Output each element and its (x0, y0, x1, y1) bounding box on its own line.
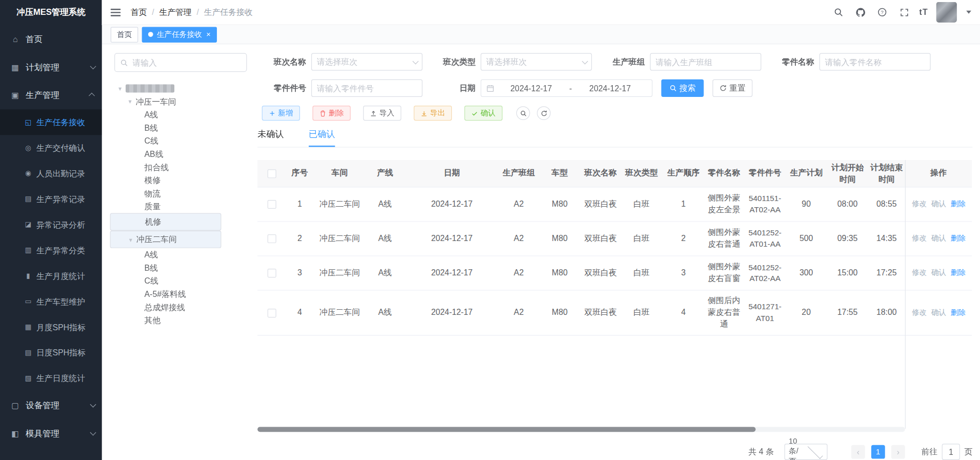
date-range-picker[interactable]: 2024-12-17 - 2024-12-17 (481, 79, 652, 97)
part-no-input[interactable] (311, 79, 423, 97)
tree-node-workshop2[interactable]: ▾ 冲压二车间 (110, 231, 222, 248)
page-number-1[interactable]: 1 (871, 445, 885, 459)
tree-search-input[interactable] (114, 53, 247, 72)
tree-node-line[interactable]: A线 (110, 248, 250, 262)
sidebar-item-abnormal-class[interactable]: ▥ 生产异常分类 (0, 237, 102, 263)
tree-node-line[interactable]: 总成焊接线 (110, 301, 250, 314)
select-placeholder: 请选择班次 (317, 56, 412, 68)
tree-node-workshop1[interactable]: ▾ 冲压一车间 (110, 95, 250, 108)
horizontal-scrollbar[interactable] (257, 427, 905, 432)
tab-unconfirmed[interactable]: 未确认 (257, 129, 284, 147)
next-page-button[interactable]: › (891, 445, 905, 459)
sidebar-item-equipment[interactable]: ▢ 设备管理 (0, 391, 102, 419)
sidebar-item-label: 首页 (26, 33, 43, 45)
column-search-button[interactable] (516, 106, 530, 120)
prev-page-button[interactable]: ‹ (851, 445, 865, 459)
export-button[interactable]: 导出 (414, 106, 452, 121)
team-input[interactable] (650, 53, 762, 71)
tree-node-line[interactable]: 扣合线 (110, 161, 250, 174)
close-icon[interactable]: × (206, 31, 211, 38)
confirm-link[interactable]: 确认 (931, 233, 946, 244)
date-start[interactable]: 2024-12-17 (494, 84, 568, 93)
breadcrumb-current: 生产任务接收 (204, 7, 253, 18)
edit-link[interactable]: 修改 (912, 233, 927, 244)
sidebar-item-home[interactable]: ⌂ 首页 (0, 25, 102, 53)
tree-node-line[interactable]: A线 (110, 108, 250, 122)
sidebar-item-mold[interactable]: ◧ 模具管理 (0, 419, 102, 448)
github-icon[interactable] (853, 5, 867, 19)
sidebar-item-monthly-sph[interactable]: ▦ 月度SPH指标 (0, 314, 102, 340)
sidebar-item-daily-stats[interactable]: ▧ 生产日度统计 (0, 366, 102, 391)
row-checkbox[interactable] (267, 200, 276, 209)
confirm-link[interactable]: 确认 (931, 268, 946, 278)
cell-order: 3 (663, 256, 704, 290)
tree-node-line[interactable]: A-5#落料线 (110, 288, 250, 301)
scrollbar-thumb[interactable] (257, 427, 755, 432)
shift-type-select[interactable]: 请选择班次 (481, 53, 592, 71)
refresh-button[interactable] (537, 106, 551, 120)
sidebar-item-plan[interactable]: ▦ 计划管理 (0, 53, 102, 82)
shift-name-select[interactable]: 请选择班次 (311, 53, 423, 71)
font-size-button[interactable]: tT (919, 8, 928, 17)
tree-node-line[interactable]: C线 (110, 134, 250, 148)
tab-confirmed[interactable]: 已确认 (309, 129, 335, 147)
fullscreen-icon[interactable] (897, 5, 911, 19)
sidebar-item-monthly-stats[interactable]: ▮ 生产月度统计 (0, 263, 102, 289)
search-button[interactable]: 搜索 (661, 79, 704, 97)
import-button[interactable]: 导入 (363, 106, 401, 121)
select-all-checkbox[interactable] (267, 169, 276, 178)
tree-node-line[interactable]: C线 (110, 274, 250, 288)
tree-node-line[interactable]: B线 (110, 121, 250, 134)
tree-node-label: 其他 (145, 315, 161, 326)
sidebar-item-model-maintain[interactable]: ▭ 生产车型维护 (0, 289, 102, 314)
add-button[interactable]: 新增 (262, 106, 300, 121)
collapse-sidebar-button[interactable] (111, 8, 121, 16)
sidebar-item-task-receive[interactable]: ◱ 生产任务接收 (0, 109, 102, 135)
cell-part-name: 侧围外蒙皮右盲窗 (704, 256, 744, 290)
confirm-button-label: 确认 (481, 108, 495, 118)
sidebar-item-abnormal-analysis[interactable]: ◪ 异常记录分析 (0, 212, 102, 237)
work-area: 班次名称 请选择班次 班次类型 请选择班次 (257, 53, 972, 460)
tree-node-line[interactable]: 机修 (110, 213, 222, 231)
tree-node-line[interactable]: 质量 (110, 200, 250, 213)
confirm-link[interactable]: 确认 (931, 199, 946, 210)
tag-task-receive[interactable]: 生产任务接收 × (142, 27, 217, 42)
goto-page-input[interactable] (942, 444, 960, 460)
reset-button[interactable]: 重置 (712, 79, 752, 97)
date-end[interactable]: 2024-12-17 (573, 84, 647, 93)
avatar[interactable] (936, 2, 957, 23)
delete-link[interactable]: 删除 (951, 233, 966, 244)
chevron-down-icon (90, 402, 96, 408)
tree-node-line[interactable]: 模修 (110, 174, 250, 187)
search-icon[interactable] (832, 5, 846, 19)
row-checkbox[interactable] (267, 234, 276, 243)
confirm-link[interactable]: 确认 (931, 307, 946, 318)
page-size-select[interactable]: 10条/页 (785, 444, 828, 460)
row-checkbox[interactable] (267, 308, 276, 317)
breadcrumb-production[interactable]: 生产管理 (159, 7, 191, 18)
tag-home[interactable]: 首页 (111, 27, 138, 42)
delete-link[interactable]: 删除 (951, 268, 966, 278)
sidebar-item-abnormal-record[interactable]: ▤ 生产异常记录 (0, 186, 102, 212)
sidebar-item-production[interactable]: ▣ 生产管理 (0, 81, 102, 109)
tree-node-root[interactable]: ▾ (110, 82, 250, 95)
help-icon[interactable]: ? (875, 5, 889, 19)
delete-button[interactable]: 删除 (312, 106, 350, 121)
edit-link[interactable]: 修改 (912, 268, 927, 278)
tree-node-line[interactable]: 物流 (110, 187, 250, 200)
delete-link[interactable]: 删除 (951, 199, 966, 210)
tree-node-line[interactable]: AB线 (110, 148, 250, 161)
sidebar-item-daily-sph[interactable]: ▤ 日度SPH指标 (0, 340, 102, 366)
avatar-caret-icon[interactable] (966, 11, 971, 14)
confirm-button[interactable]: 确认 (465, 106, 503, 121)
part-name-input[interactable] (819, 53, 931, 71)
edit-link[interactable]: 修改 (912, 199, 927, 210)
delete-link[interactable]: 删除 (951, 307, 966, 318)
tree-node-line[interactable]: 其他 (110, 314, 250, 327)
row-checkbox[interactable] (267, 269, 276, 277)
sidebar-item-attendance[interactable]: ◉ 人员出勤记录 (0, 161, 102, 186)
breadcrumb-home[interactable]: 首页 (131, 7, 147, 18)
tree-node-line[interactable]: B线 (110, 261, 250, 274)
sidebar-item-delivery-confirm[interactable]: ◎ 生产交付确认 (0, 135, 102, 161)
edit-link[interactable]: 修改 (912, 307, 927, 318)
